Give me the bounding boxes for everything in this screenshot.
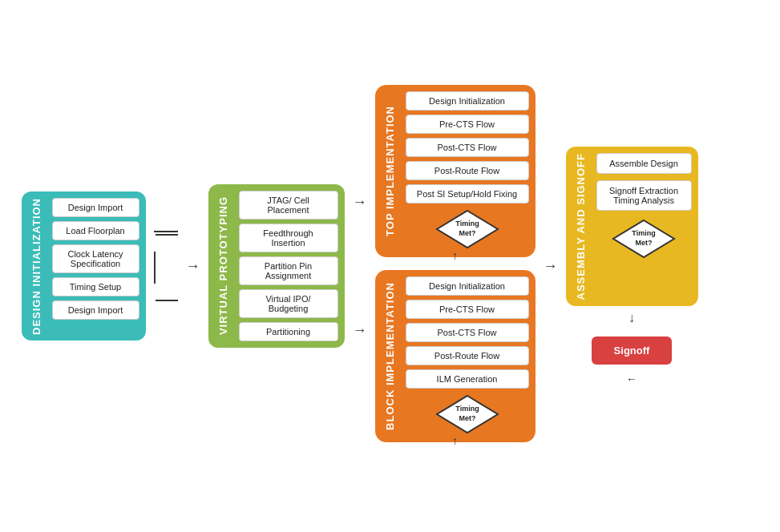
block-impl-item-2: Pre-CTS Flow: [406, 300, 529, 319]
top-impl-item-4: Post-Route Flow: [406, 161, 529, 180]
svg-text:Timing: Timing: [632, 229, 655, 237]
vp-to-impl-connector: → →: [353, 138, 367, 394]
block-impl-item-1: Design Initialization: [406, 276, 529, 296]
impl-section: TOP IMPLEMENTATION Design Initialization…: [375, 85, 535, 447]
top-impl-item-2: Pre-CTS Flow: [406, 115, 529, 134]
top-impl-items: Design Initialization Pre-CTS Flow Post-…: [406, 91, 529, 251]
block-feedback: ↑: [452, 434, 458, 447]
top-impl-group: TOP IMPLEMENTATION Design Initialization…: [375, 85, 535, 262]
as-box: ASSEMBLY AND SIGNOFF Assemble Design Sig…: [566, 147, 698, 306]
bracket-mid: [156, 234, 178, 301]
svg-text:Met?: Met?: [636, 239, 653, 247]
block-impl-item-3: Post-CTS Flow: [406, 323, 529, 342]
bracket-bot-h: [156, 300, 178, 301]
vp-items: JTAG/ Cell Placement Feedthrough Inserti…: [239, 191, 338, 341]
block-impl-item-5: ILM Generation: [406, 369, 529, 389]
top-impl-item-5: Post SI Setup/Hold Fixing: [406, 184, 529, 204]
vp-item-1: JTAG/ Cell Placement: [239, 191, 338, 220]
di-item-4: Timing Setup: [52, 277, 139, 296]
block-impl-box: BLOCK IMPLEMENTATION Design Initializati…: [375, 270, 535, 442]
block-impl-label-col: BLOCK IMPLEMENTATION: [382, 276, 399, 436]
di-to-vp-connector: [154, 231, 178, 301]
top-impl-item-1: Design Initialization: [406, 91, 529, 111]
top-impl-box: TOP IMPLEMENTATION Design Initialization…: [375, 85, 535, 257]
block-timing-diamond: Timing Met?: [435, 394, 499, 434]
arrow-to-block: →: [353, 322, 367, 339]
di-item-2: Load Floorplan: [52, 221, 139, 240]
design-init-box: DESIGN INITIALIZATION Design Import Load…: [22, 191, 146, 341]
block-impl-item-4: Post-Route Flow: [406, 346, 529, 365]
as-item-1: Assemble Design: [596, 153, 692, 174]
top-timing-diamond-wrap: Timing Met?: [406, 209, 529, 249]
svg-text:Timing: Timing: [455, 405, 479, 413]
top-feedback: ↑: [452, 249, 458, 262]
svg-text:Timing: Timing: [455, 220, 479, 228]
arrow-to-signoff: ↓: [628, 311, 635, 325]
block-timing-diamond-wrap: Timing Met?: [406, 394, 529, 434]
as-items: Assemble Design Signoff Extraction Timin…: [596, 153, 692, 300]
di-item-3: Clock Latency Specification: [52, 244, 139, 273]
top-feedback-arrow: ↑: [452, 249, 458, 262]
block-feedback-arrow: ↑: [452, 434, 458, 447]
top-impl-item-3: Post-CTS Flow: [406, 138, 529, 157]
di-item-5: Design Import: [52, 300, 139, 320]
arrow-di-vp: →: [186, 258, 200, 275]
bracket-top-h: [156, 234, 178, 236]
as-item-2: Signoff Extraction Timing Analysis: [596, 180, 692, 211]
arrow-impl-as: →: [544, 258, 558, 275]
block-impl-group: BLOCK IMPLEMENTATION Design Initializati…: [375, 270, 535, 447]
design-init-label: DESIGN INITIALIZATION: [28, 198, 46, 335]
connector-line-top: [154, 231, 178, 232]
vp-label-col: VIRTUAL PROTOTYPING: [215, 191, 232, 341]
arrow-to-top: →: [353, 194, 367, 211]
signoff-box: Signoff: [592, 337, 672, 365]
as-section: ASSEMBLY AND SIGNOFF Assemble Design Sig…: [566, 147, 698, 385]
vp-item-4: Virtual IPO/ Budgeting: [239, 289, 338, 318]
di-item-1: Design Import: [52, 198, 139, 217]
as-label-col: ASSEMBLY AND SIGNOFF: [572, 153, 590, 300]
top-timing-diamond: Timing Met?: [435, 209, 499, 249]
svg-text:Met?: Met?: [459, 229, 475, 237]
top-impl-label-col: TOP IMPLEMENTATION: [382, 91, 399, 251]
bracket-connector: [154, 234, 178, 301]
as-timing-diamond-wrap: Timing Met?: [596, 219, 692, 259]
design-init-items: Design Import Load Floorplan Clock Laten…: [52, 198, 139, 335]
vp-box: VIRTUAL PROTOTYPING JTAG/ Cell Placement…: [208, 184, 345, 348]
as-timing-diamond: Timing Met?: [612, 219, 676, 259]
signoff-feedback-arrow: ←: [626, 373, 637, 385]
vp-item-2: Feedthrough Insertion: [239, 224, 338, 252]
vp-item-3: Partition Pin Assignment: [239, 256, 338, 285]
svg-text:Met?: Met?: [459, 414, 475, 422]
vp-item-5: Partitioning: [239, 322, 338, 341]
diagram-container: DESIGN INITIALIZATION Design Import Load…: [6, 69, 775, 463]
block-impl-items: Design Initialization Pre-CTS Flow Post-…: [406, 276, 529, 436]
